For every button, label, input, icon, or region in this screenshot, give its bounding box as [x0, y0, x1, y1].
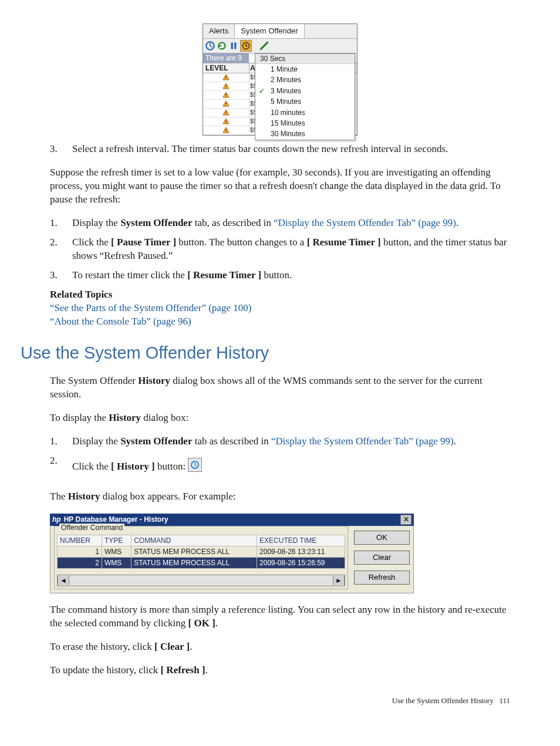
link-display-system-offender-tab[interactable]: “Display the System Offender Tab” (page … — [271, 436, 454, 447]
step-text: Click the [ Pause Timer ] button. The bu… — [72, 236, 510, 263]
step-number: 3. — [50, 269, 63, 282]
menu-item-10-minutes[interactable]: 10 minutes — [255, 107, 355, 118]
col-type[interactable]: TYPE — [102, 535, 131, 546]
paragraph: The command history is more than simply … — [50, 603, 510, 630]
svg-rect-10 — [225, 103, 227, 104]
tab-system-offender[interactable]: System Offender — [235, 24, 304, 38]
warning-icon — [222, 100, 230, 107]
level-cell — [203, 82, 249, 90]
section-heading: Use the System Offender History — [21, 342, 510, 364]
svg-rect-9 — [225, 96, 227, 97]
level-cell — [203, 126, 249, 134]
dialog-title: HP Database Manager - History — [64, 515, 168, 524]
related-topics-heading: Related Topics — [50, 288, 510, 302]
history-icon — [190, 460, 200, 470]
clear-button[interactable]: Clear — [354, 551, 410, 565]
step-number: 3. — [50, 143, 63, 156]
checkmark-icon: ✓ — [259, 87, 265, 95]
menu-item-2-minutes[interactable]: 2 Minutes — [255, 75, 355, 85]
svg-rect-7 — [225, 87, 227, 88]
history-dialog: hp HP Database Manager - History ✕ Offen… — [50, 514, 414, 594]
menu-item-5-minutes[interactable]: 5 Minutes — [255, 96, 355, 107]
step-number: 1. — [50, 217, 63, 230]
svg-rect-4 — [225, 76, 227, 78]
step-text: Display the System Offender tab as descr… — [72, 435, 510, 448]
svg-rect-14 — [225, 120, 227, 122]
link-about-console-tab[interactable]: “About the Console Tab” (page 96) — [50, 316, 191, 327]
history-table: NUMBER TYPE COMMAND EXECUTED TIME 1 WMS … — [57, 535, 345, 569]
warning-icon — [222, 83, 230, 90]
col-level: LEVEL — [203, 63, 249, 73]
svg-rect-17 — [225, 131, 227, 132]
timer-dropdown-icon[interactable] — [240, 40, 252, 52]
paragraph: Suppose the refresh timer is set to a lo… — [50, 166, 510, 207]
history-icon[interactable] — [205, 40, 215, 51]
history-button[interactable] — [188, 458, 202, 472]
paragraph: The History dialog box appears. For exam… — [50, 490, 510, 504]
step-text: Display the System Offender tab, as desc… — [72, 217, 510, 230]
menu-head: 30 Secs — [255, 54, 355, 64]
refresh-interval-menu: 30 Secs 1 Minute 2 Minutes ✓3 Minutes 5 … — [255, 53, 355, 140]
properties-icon[interactable] — [259, 40, 269, 51]
step-number: 2. — [50, 236, 63, 263]
close-button[interactable]: ✕ — [400, 515, 411, 525]
refresh-icon[interactable] — [217, 40, 227, 51]
svg-rect-16 — [225, 129, 227, 131]
link-display-system-offender-tab[interactable]: “Display the System Offender Tab” (page … — [274, 217, 456, 228]
warning-icon — [222, 118, 230, 125]
hp-logo-icon: hp — [52, 515, 61, 524]
warning-icon — [222, 92, 230, 99]
menu-item-1-minute[interactable]: 1 Minute — [255, 64, 355, 75]
group-label: Offender Command — [59, 524, 124, 532]
svg-rect-6 — [225, 85, 227, 87]
col-command[interactable]: COMMAND — [131, 535, 257, 546]
level-cell — [203, 73, 249, 82]
svg-rect-1 — [231, 42, 233, 49]
paragraph: To update the history, click [ Refresh ]… — [50, 664, 510, 677]
table-row[interactable]: 2 WMS STATUS MEM PROCESS ALL 2009-08-26 … — [58, 558, 345, 569]
horizontal-scrollbar[interactable]: ◄ ► — [57, 575, 345, 586]
status-left: There are 9 — [203, 53, 249, 63]
svg-rect-13 — [225, 114, 227, 114]
pause-icon[interactable] — [228, 40, 239, 51]
ok-button[interactable]: OK — [354, 531, 410, 545]
svg-rect-5 — [225, 79, 227, 79]
svg-rect-15 — [225, 123, 227, 123]
tab-alerts[interactable]: Alerts — [203, 24, 235, 38]
paragraph: To erase the history, click [ Clear ]. — [50, 640, 510, 654]
page-footer: Use the System Offender History 111 — [50, 696, 510, 706]
menu-item-3-minutes[interactable]: ✓3 Minutes — [255, 86, 355, 96]
svg-rect-11 — [225, 105, 227, 106]
system-offender-screenshot: Alerts System Offender There are 9 LEVEL… — [203, 23, 357, 136]
level-cell — [203, 100, 249, 108]
scroll-right-icon[interactable]: ► — [333, 576, 345, 585]
menu-item-15-minutes[interactable]: 15 Minutes — [255, 118, 355, 129]
level-cell — [203, 91, 249, 99]
step-number: 1. — [50, 435, 63, 448]
col-number[interactable]: NUMBER — [58, 535, 102, 546]
scroll-left-icon[interactable]: ◄ — [58, 576, 69, 585]
paragraph: To display the History dialog box: — [50, 411, 510, 425]
svg-rect-12 — [225, 112, 227, 113]
level-cell — [203, 117, 249, 126]
svg-rect-2 — [234, 42, 236, 49]
paragraph: The System Offender History dialog box s… — [50, 374, 510, 401]
warning-icon — [222, 127, 230, 134]
step-text: Click the [ History ] button: — [72, 454, 510, 480]
step-text: To restart the timer click the [ Resume … — [72, 269, 510, 282]
warning-icon — [222, 74, 230, 81]
step-number: 2. — [50, 454, 63, 480]
table-row[interactable]: 1 WMS STATUS MEM PROCESS ALL 2009-08-26 … — [58, 546, 345, 557]
link-parts-of-system-offender[interactable]: “See the Parts of the System Offender” (… — [50, 302, 251, 313]
refresh-button[interactable]: Refresh — [354, 571, 410, 585]
warning-icon — [222, 109, 230, 116]
col-executed-time[interactable]: EXECUTED TIME — [257, 535, 345, 546]
menu-item-30-minutes[interactable]: 30 Minutes — [255, 129, 355, 139]
level-cell — [203, 109, 249, 117]
svg-rect-8 — [225, 94, 227, 96]
step-text: Select a refresh interval. The timer sta… — [72, 143, 510, 156]
